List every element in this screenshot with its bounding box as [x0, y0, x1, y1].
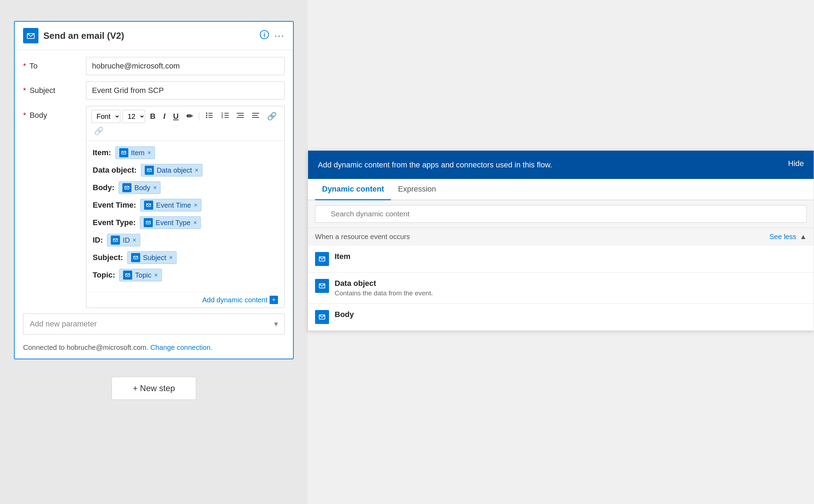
token-close-button[interactable]: × — [147, 149, 151, 157]
email-app-icon — [23, 28, 38, 43]
more-options-button[interactable]: ··· — [274, 30, 285, 41]
token-close-button[interactable]: × — [193, 219, 197, 226]
body-field-row-item: ID:ID× — [93, 234, 278, 246]
to-label: * To — [23, 62, 86, 71]
token-app-icon — [123, 271, 132, 280]
body-token-tag[interactable]: Body× — [119, 181, 160, 194]
body-toolbar: Font 12 B I U ✏ — [86, 106, 284, 141]
subject-field-row: * Subject — [23, 81, 285, 100]
to-input[interactable] — [86, 57, 285, 75]
token-label: Event Time — [156, 201, 191, 209]
dynamic-item-icon — [315, 252, 329, 266]
token-close-button[interactable]: × — [169, 254, 173, 261]
to-required-star: * — [23, 62, 26, 70]
body-token-tag[interactable]: Event Type× — [140, 216, 201, 229]
svg-point-13 — [206, 117, 207, 118]
body-token-tag[interactable]: Data object× — [141, 164, 202, 177]
hide-dynamic-panel-button[interactable]: Hide — [788, 159, 804, 168]
body-token-tag[interactable]: Topic× — [119, 269, 162, 281]
token-close-button[interactable]: × — [133, 237, 136, 244]
token-close-button[interactable]: × — [195, 167, 199, 174]
body-token-tag[interactable]: Subject× — [127, 251, 177, 264]
form-body: * To * Subject * Body — [15, 50, 293, 308]
dynamic-item-icon — [315, 310, 329, 324]
subject-required-star: * — [23, 86, 26, 95]
dynamic-item-text: Item — [335, 252, 807, 262]
unlink-button[interactable]: 🔗 — [91, 125, 106, 137]
see-less-button[interactable]: See less — [769, 233, 796, 241]
dynamic-items-list: ItemData objectContains the data from th… — [308, 246, 814, 331]
search-dynamic-content-input[interactable] — [315, 205, 807, 223]
body-editor: Font 12 B I U ✏ — [86, 106, 285, 308]
bullet-list-button[interactable] — [203, 110, 216, 123]
dynamic-item-text: Data objectContains the data from the ev… — [335, 279, 807, 297]
body-field-label: Topic: — [93, 271, 115, 280]
body-field-row: * Body Font 12 B I — [23, 106, 285, 308]
section-collapse-button[interactable]: ▲ — [800, 233, 807, 241]
token-app-icon — [144, 218, 153, 227]
tab-dynamic-content[interactable]: Dynamic content — [315, 179, 391, 200]
new-step-button[interactable]: + New step — [112, 377, 197, 400]
highlight-button[interactable]: ✏ — [184, 110, 195, 122]
svg-text:3.: 3. — [221, 116, 224, 119]
font-selector[interactable]: Font — [91, 110, 120, 123]
main-area: Send an email (V2) i ··· — [0, 0, 814, 504]
dynamic-item-text: Body — [335, 310, 807, 321]
body-token-tag[interactable]: Event Time× — [140, 199, 201, 211]
body-field-label: Event Type: — [93, 218, 136, 227]
dynamic-content-item[interactable]: Body — [308, 304, 814, 331]
svg-point-11 — [206, 113, 207, 114]
search-row — [308, 200, 814, 228]
dynamic-content-item[interactable]: Item — [308, 246, 814, 273]
token-close-button[interactable]: × — [154, 272, 158, 279]
body-token-tag[interactable]: Item× — [115, 146, 155, 159]
underline-button[interactable]: U — [170, 110, 181, 122]
token-close-button[interactable]: × — [153, 184, 157, 192]
token-close-button[interactable]: × — [194, 202, 198, 209]
body-token-tag[interactable]: ID× — [107, 234, 140, 246]
add-parameter-dropdown[interactable]: Add new parameter ▾ — [23, 314, 285, 334]
card-header: Send an email (V2) i ··· — [15, 22, 293, 50]
body-field-row-item: Body:Body× — [93, 181, 278, 194]
token-app-icon — [145, 166, 154, 175]
dynamic-item-desc: Contains the data from the event. — [335, 289, 807, 297]
card-header-actions: i ··· — [260, 30, 285, 41]
to-field-row: * To — [23, 57, 285, 75]
body-label: * Body — [23, 106, 86, 120]
token-app-icon — [144, 201, 153, 210]
change-connection-button[interactable]: Change connection. — [150, 344, 213, 352]
body-field-label: Subject: — [93, 253, 123, 262]
dynamic-header-text: Add dynamic content from the apps and co… — [318, 159, 552, 171]
svg-point-12 — [206, 115, 207, 116]
add-dynamic-content-button[interactable]: Add dynamic content + — [202, 296, 278, 304]
new-step-area: + New step — [14, 377, 294, 400]
editor-content[interactable]: Item:Item×Data object:Data object×Body:B… — [86, 141, 284, 292]
token-app-icon — [111, 236, 120, 245]
token-label: Body — [134, 184, 150, 192]
font-size-selector[interactable]: 12 — [122, 110, 145, 123]
dynamic-item-title: Data object — [335, 279, 807, 288]
token-app-icon — [131, 253, 140, 262]
token-label: Item — [131, 149, 145, 157]
search-wrapper — [315, 205, 807, 223]
italic-button[interactable]: I — [160, 110, 168, 122]
link-button[interactable]: 🔗 — [264, 110, 279, 122]
body-field-row-item: Topic:Topic× — [93, 269, 278, 281]
add-dynamic-label: Add dynamic content — [202, 296, 267, 304]
info-button[interactable]: i — [260, 30, 269, 41]
outdent-button[interactable] — [249, 110, 262, 123]
token-app-icon — [119, 148, 128, 157]
body-field-row-item: Subject:Subject× — [93, 251, 278, 264]
bold-button[interactable]: B — [147, 110, 158, 122]
dynamic-content-item[interactable]: Data objectContains the data from the ev… — [308, 273, 814, 304]
tab-expression[interactable]: Expression — [391, 179, 443, 200]
indent-button[interactable] — [234, 110, 247, 123]
right-panel: Add dynamic content from the apps and co… — [308, 0, 814, 504]
numbered-list-button[interactable]: 1. 2. 3. — [218, 110, 231, 123]
token-label: Data object — [157, 166, 192, 174]
card-title: Send an email (V2) — [43, 30, 124, 41]
subject-input[interactable] — [86, 81, 285, 100]
body-required-star: * — [23, 111, 26, 120]
subject-label: * Subject — [23, 86, 86, 95]
dynamic-panel-tabs: Dynamic content Expression — [308, 179, 814, 200]
